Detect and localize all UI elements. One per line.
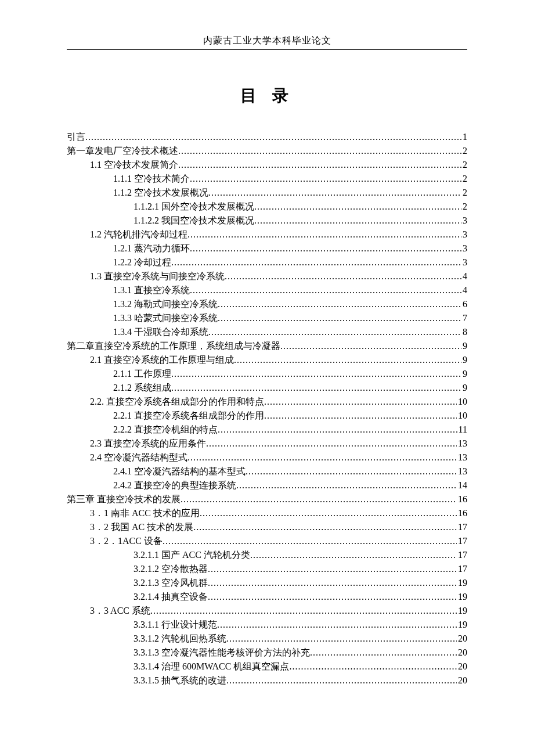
toc-entry-label: 3.2.1.1 国产 ACC 汽轮机分类 [67,548,250,562]
toc-leader-dots [178,144,461,158]
toc-entry-label: 2.2.2 直接空冷机组的特点 [67,423,218,437]
toc-entry-label: 2.1.1 工作原理 [67,367,171,381]
toc-entry-label: 第二章直接空冷系统的工作原理，系统组成与冷凝器 [67,339,280,353]
toc-entry-label: 2.1.2 系统组成 [67,381,171,395]
toc-entry-page: 2 [461,186,467,200]
toc-entry-label: 2.2. 直接空冷系统各组成部分的作用和特点 [67,395,264,409]
toc-entry-page: 16 [457,492,467,506]
toc-entry-label: 2.2.1 直接空冷系统各组成部分的作用 [67,409,264,423]
toc-row: 1.3.3 哈蒙式间接空冷系统 7 [67,311,467,325]
toc-row: 3.3.1.4 治理 600MWACC 机组真空漏点 20 [67,660,467,674]
header-rule [67,49,467,50]
toc-entry-page: 13 [457,451,467,465]
toc-entry-label: 3.3.1.1 行业设计规范 [67,618,217,632]
toc-entry-label: 1.1 空冷技术发展简介 [67,158,178,172]
toc-entry-page: 4 [461,283,467,297]
toc-row: 2.4 空冷凝汽器结构型式 13 [67,451,467,465]
toc-entry-page: 9 [461,367,467,381]
toc-entry-page: 19 [457,618,467,632]
toc-leader-dots [208,186,461,200]
toc-leader-dots [208,590,457,604]
toc-leader-dots [254,200,461,214]
toc-entry-label: 1.2.1 蒸汽动力循环 [67,242,190,255]
toc-entry-label: 1.1.1 空冷技术简介 [67,172,190,186]
toc-row: 3.2.1.2 空冷散热器 17 [67,562,467,576]
toc-entry-label: 1.1.2.1 国外空冷技术发展概况 [67,200,254,214]
toc-leader-dots [208,576,457,590]
toc-entry-page: 10 [457,409,467,423]
toc-entry-page: 17 [457,534,467,548]
toc-entry-label: 1.3 直接空冷系统与间接空冷系统 [67,269,225,283]
toc-row: 3．1 南非 ACC 技术的应用 16 [67,506,467,520]
toc-leader-dots [171,367,461,381]
toc-leader-dots [193,520,457,534]
toc-row: 1.1 空冷技术发展简介2 [67,158,467,172]
toc-leader-dots [225,269,461,283]
toc-entry-label: 2.4.2 直接空冷的典型连接系统 [67,478,236,492]
toc-row: 1.3.1 直接空冷系统 4 [67,283,467,297]
toc-entry-page: 3 [461,242,467,255]
toc-entry-page: 2 [461,158,467,172]
toc-row: 2.4.1 空冷凝汽器结构的基本型式 13 [67,465,467,478]
toc-row: 2.2. 直接空冷系统各组成部分的作用和特点 10 [67,395,467,409]
toc-row: 2.2.1 直接空冷系统各组成部分的作用 10 [67,409,467,423]
toc-entry-label: 3．1 南非 ACC 技术的应用 [67,506,200,520]
toc-row: 1.3.4 干湿联合冷却系统 8 [67,325,467,339]
toc-leader-dots [217,618,457,632]
toc-row: 2.4.2 直接空冷的典型连接系统 14 [67,478,467,492]
toc-leader-dots [85,130,461,144]
toc-entry-label: 3.3.1.4 治理 600MWACC 机组真空漏点 [67,660,289,674]
toc-leader-dots [254,214,461,228]
toc-entry-page: 3 [461,228,467,242]
toc-entry-page: 17 [457,548,467,562]
toc-row: 1.3.2 海勒式间接空冷系统 6 [67,297,467,311]
toc-row: 1.2 汽轮机排汽冷却过程3 [67,228,467,242]
toc-leader-dots [218,311,461,325]
toc-entry-label: 1.1.2.2 我国空冷技术发展概况 [67,214,254,228]
toc-row: 第一章发电厂空冷技术概述2 [67,144,467,158]
toc-leader-dots [250,548,457,562]
toc-row: 2.1 直接空冷系统的工作原理与组成9 [67,353,467,367]
toc-entry-page: 20 [457,632,467,646]
toc-entry-label: 3．2 我国 AC 技术的发展 [67,520,193,534]
toc-entry-label: 3.2.1.4 抽真空设备 [67,590,208,604]
toc-entry-page: 17 [457,520,467,534]
toc-leader-dots [280,339,461,353]
toc-entry-label: 1.2 汽轮机排汽冷却过程 [67,228,187,242]
toc-row: 3．3 ACC 系统 19 [67,604,467,618]
toc-leader-dots [190,242,461,255]
toc-entry-label: 1.3.1 直接空冷系统 [67,283,190,297]
toc-leader-dots [234,353,461,367]
toc-entry-page: 19 [457,590,467,604]
toc-row: 2.1.2 系统组成 9 [67,381,467,395]
toc-entry-page: 9 [461,339,467,353]
toc-leader-dots [190,172,461,186]
toc-entry-page: 16 [457,506,467,520]
toc-row: 3．2．1ACC 设备 17 [67,534,467,548]
toc-row: 1.1.2 空冷技术发展概况 2 [67,186,467,200]
toc-entry-page: 10 [457,395,467,409]
toc-row: 3.3.1.3 空冷凝汽器性能考核评价方法的补充 20 [67,646,467,660]
toc-entry-label: 2.4 空冷凝汽器结构型式 [67,451,187,465]
toc-leader-dots [171,255,461,269]
toc-entry-label: 2.4.1 空冷凝汽器结构的基本型式 [67,465,246,478]
toc-row: 1.2.1 蒸汽动力循环 3 [67,242,467,255]
toc-entry-page: 1 [461,130,467,144]
toc-row: 2.1.1 工作原理 9 [67,367,467,381]
toc-entry-label: 2.1 直接空冷系统的工作原理与组成 [67,353,234,367]
toc-row: 1.3 直接空冷系统与间接空冷系统4 [67,269,467,283]
toc-leader-dots [200,506,457,520]
toc-entry-page: 8 [461,325,467,339]
toc-leader-dots [206,437,457,451]
toc-row: 3.3.1.2 汽轮机回热系统 20 [67,632,467,646]
toc-entry-page: 2 [461,200,467,214]
toc-entry-label: 1.3.4 干湿联合冷却系统 [67,325,208,339]
toc-entry-label: 3．3 ACC 系统 [67,604,150,618]
toc-entry-page: 2 [461,172,467,186]
toc-row: 第三章 直接空冷技术的发展 16 [67,492,467,506]
toc-entry-label: 2.3 直接空冷系统的应用条件 [67,437,206,451]
page-header: 内蒙古工业大学本科毕业论文 [67,35,467,47]
toc-leader-dots [218,423,457,437]
toc-entry-page: 19 [457,604,467,618]
toc-entry-page: 3 [461,255,467,269]
